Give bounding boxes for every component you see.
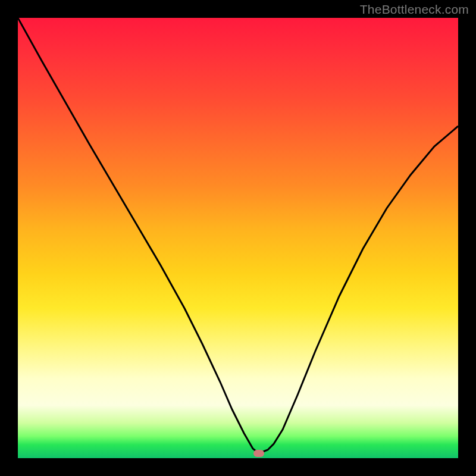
curve-svg	[18, 18, 458, 458]
bottleneck-curve-path	[18, 18, 458, 453]
optimal-point-marker	[253, 450, 264, 457]
chart-frame: TheBottleneck.com	[0, 0, 476, 476]
watermark-text: TheBottleneck.com	[360, 2, 469, 17]
plot-area	[18, 18, 458, 458]
